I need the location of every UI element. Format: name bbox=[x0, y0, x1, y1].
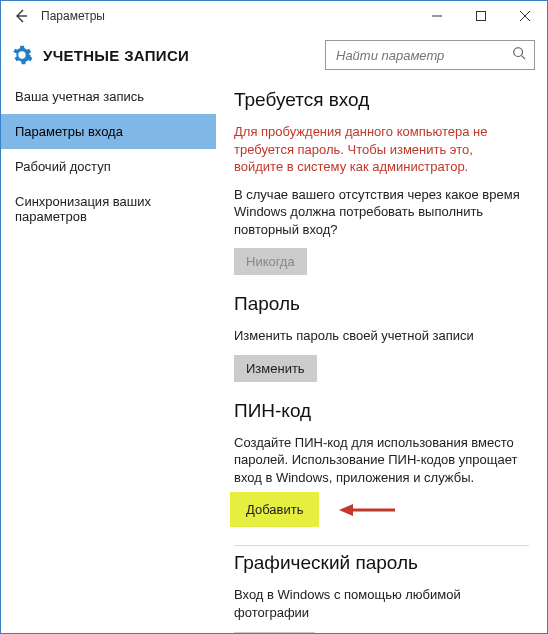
separator bbox=[234, 545, 529, 546]
svg-rect-0 bbox=[477, 12, 486, 21]
content: Требуется вход Для пробуждения данного к… bbox=[216, 79, 547, 633]
header: УЧЕТНЫЕ ЗАПИСИ bbox=[1, 31, 547, 79]
change-password-button[interactable]: Изменить bbox=[234, 355, 317, 382]
back-arrow-icon bbox=[13, 8, 29, 24]
gear-icon bbox=[9, 42, 35, 68]
require-signin-dropdown: Никогда bbox=[234, 248, 307, 275]
back-button[interactable] bbox=[1, 1, 41, 31]
section-signin-warning: Для пробуждения данного компьютера не тр… bbox=[234, 123, 524, 176]
sidebar-item-account[interactable]: Ваша учетная запись bbox=[1, 79, 216, 114]
svg-point-1 bbox=[514, 48, 523, 57]
svg-marker-3 bbox=[339, 504, 353, 516]
sidebar-item-sync[interactable]: Синхронизация ваших параметров bbox=[1, 184, 216, 234]
section-pin-desc: Создайте ПИН-код для использования вмест… bbox=[234, 434, 524, 487]
search-box[interactable] bbox=[325, 40, 535, 70]
minimize-button[interactable] bbox=[415, 1, 459, 31]
section-password-title: Пароль bbox=[234, 293, 529, 315]
section-pin-title: ПИН-код bbox=[234, 400, 529, 422]
sidebar: Ваша учетная запись Параметры входа Рабо… bbox=[1, 79, 216, 633]
search-icon bbox=[512, 46, 526, 64]
section-picture-desc: Вход в Windows с помощью любимой фотогра… bbox=[234, 586, 524, 621]
sidebar-item-signin-options[interactable]: Параметры входа bbox=[1, 114, 216, 149]
titlebar: Параметры bbox=[1, 1, 547, 31]
search-input[interactable] bbox=[334, 47, 512, 64]
maximize-button[interactable] bbox=[459, 1, 503, 31]
sidebar-item-work-access[interactable]: Рабочий доступ bbox=[1, 149, 216, 184]
page-title: УЧЕТНЫЕ ЗАПИСИ bbox=[43, 47, 189, 64]
window-title: Параметры bbox=[41, 9, 105, 23]
add-picture-password-button[interactable]: Добавить bbox=[234, 632, 315, 633]
add-pin-button[interactable]: Добавить bbox=[234, 496, 315, 523]
section-signin-desc: В случае вашего отсутствия через какое в… bbox=[234, 186, 524, 239]
annotation-arrow-icon bbox=[337, 501, 397, 522]
close-button[interactable] bbox=[503, 1, 547, 31]
section-password-desc: Изменить пароль своей учетной записи bbox=[234, 327, 524, 345]
section-signin-title: Требуется вход bbox=[234, 89, 529, 111]
section-picture-title: Графический пароль bbox=[234, 552, 529, 574]
